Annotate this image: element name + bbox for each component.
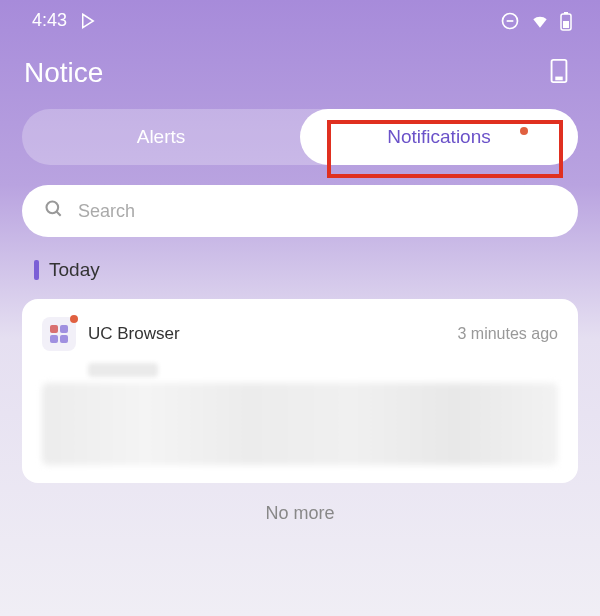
minus-circle-icon [500,11,520,31]
footer-text: No more [0,503,600,524]
search-bar[interactable] [22,185,578,237]
svg-rect-5 [564,12,568,14]
notification-card[interactable]: UC Browser 3 minutes ago [22,299,578,483]
tab-alerts-label: Alerts [137,126,186,148]
status-left: 4:43 [32,10,97,31]
page-title: Notice [24,57,103,89]
tab-alerts[interactable]: Alerts [22,109,300,165]
card-subtitle-blur [88,363,158,377]
card-time: 3 minutes ago [457,325,558,343]
svg-point-8 [47,202,59,214]
tabs: Alerts Notifications [22,109,578,165]
section-title: Today [49,259,100,281]
tab-notifications-label: Notifications [387,126,491,148]
app-icon-badge [70,315,78,323]
device-icon[interactable] [548,58,570,88]
app-name: UC Browser [88,324,180,344]
status-bar: 4:43 [0,0,600,39]
play-store-icon [79,12,97,30]
header: Notice [0,39,600,109]
status-right [500,11,572,31]
search-icon [44,199,64,223]
app-icon [42,317,76,351]
svg-rect-4 [563,21,569,28]
svg-line-9 [57,212,61,216]
battery-icon [560,11,572,31]
card-body-blur [42,383,558,465]
search-input[interactable] [78,201,556,222]
svg-rect-7 [556,78,562,80]
svg-marker-0 [83,14,94,28]
card-header: UC Browser 3 minutes ago [42,317,558,351]
card-left: UC Browser [42,317,180,351]
wifi-icon [530,11,550,31]
notification-badge [520,127,528,135]
section-accent-bar [34,260,39,280]
section-header-today: Today [34,259,566,281]
status-time: 4:43 [32,10,67,31]
tab-notifications[interactable]: Notifications [300,109,578,165]
